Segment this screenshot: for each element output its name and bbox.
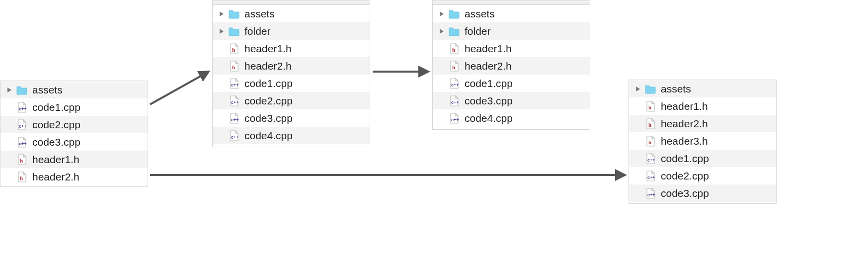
disclosure-triangle-icon[interactable]	[438, 27, 446, 35]
folder-row[interactable]: folder	[433, 22, 590, 40]
folder-icon	[15, 84, 28, 96]
item-name: code3.cpp	[465, 95, 513, 107]
file-row[interactable]: h header2.h	[213, 57, 370, 75]
file-panel-p3: assets folder h header1.h h header2.h c+…	[432, 0, 590, 130]
item-name: code3.cpp	[661, 187, 709, 199]
h-file-icon: h	[228, 60, 240, 73]
item-name: header1.h	[465, 43, 512, 55]
file-row[interactable]: c++ code3.cpp	[433, 92, 590, 109]
file-row[interactable]: c++ code1.cpp	[433, 75, 590, 92]
svg-text:h: h	[648, 122, 651, 128]
folder-icon	[448, 25, 461, 38]
svg-text:c++: c++	[451, 83, 459, 88]
item-name: code1.cpp	[465, 78, 513, 89]
file-row[interactable]: h header1.h	[629, 97, 776, 115]
item-name: header2.h	[32, 171, 79, 183]
file-row[interactable]: c++ code1.cpp	[629, 150, 776, 167]
h-file-icon: h	[448, 60, 461, 73]
file-row[interactable]: c++ code4.cpp	[433, 109, 590, 127]
folder-row[interactable]: assets	[0, 81, 148, 98]
disclosure-triangle-icon[interactable]	[438, 10, 446, 18]
folder-icon	[644, 83, 657, 95]
folder-row[interactable]: assets	[213, 5, 370, 22]
cpp-file-icon: c++	[15, 136, 28, 149]
h-file-icon: h	[644, 117, 657, 130]
svg-text:c++: c++	[647, 175, 655, 180]
folder-row[interactable]: folder	[213, 22, 370, 40]
svg-text:c++: c++	[647, 192, 655, 197]
file-row[interactable]: c++ code4.cpp	[213, 127, 370, 144]
file-row[interactable]: c++ code1.cpp	[213, 75, 370, 92]
item-name: code1.cpp	[661, 153, 709, 165]
item-name: code1.cpp	[32, 101, 80, 113]
svg-text:c++: c++	[19, 124, 27, 129]
svg-text:h: h	[452, 47, 455, 53]
item-name: assets	[661, 83, 691, 95]
folder-icon	[448, 7, 461, 20]
cpp-file-icon: c++	[644, 187, 657, 200]
h-file-icon: h	[644, 100, 657, 113]
svg-text:c++: c++	[231, 135, 239, 140]
cpp-file-icon: c++	[228, 129, 240, 142]
panel-topbar	[213, 0, 370, 5]
h-file-icon: h	[15, 153, 28, 166]
svg-text:c++: c++	[231, 100, 239, 105]
item-name: assets	[32, 84, 63, 96]
file-row[interactable]: h header2.h	[629, 115, 776, 132]
file-row[interactable]: c++ code3.cpp	[213, 109, 370, 127]
svg-text:c++: c++	[647, 158, 655, 163]
item-name: folder	[465, 25, 491, 37]
disclosure-triangle-icon[interactable]	[218, 27, 226, 35]
item-name: code4.cpp	[465, 112, 513, 124]
file-row[interactable]: c++ code1.cpp	[0, 98, 148, 116]
svg-text:c++: c++	[231, 117, 239, 122]
h-file-icon: h	[15, 171, 28, 183]
folder-row[interactable]: assets	[629, 80, 776, 97]
item-name: code4.cpp	[244, 130, 293, 142]
svg-text:h: h	[648, 104, 651, 110]
file-row[interactable]: c++ code3.cpp	[629, 184, 776, 202]
cpp-file-icon: c++	[15, 118, 28, 131]
h-file-icon: h	[644, 135, 657, 148]
svg-text:h: h	[232, 47, 235, 53]
file-row[interactable]: c++ code2.cpp	[213, 92, 370, 109]
folder-row[interactable]: assets	[433, 5, 590, 22]
cpp-file-icon: c++	[448, 94, 461, 107]
disclosure-triangle-icon[interactable]	[218, 10, 226, 18]
item-name: header1.h	[661, 100, 708, 112]
disclosure-triangle-icon[interactable]	[634, 85, 642, 93]
diagram-stage: version2 versio assets c++ code1.cpp c++…	[0, 0, 868, 264]
cpp-file-icon: c++	[448, 77, 461, 90]
file-row[interactable]: c++ code2.cpp	[629, 167, 776, 184]
cpp-file-icon: c++	[228, 77, 240, 90]
file-row[interactable]: h header2.h	[433, 57, 590, 75]
file-panel-p1: assets c++ code1.cpp c++ code2.cpp c++ c…	[0, 81, 148, 187]
svg-text:h: h	[20, 158, 23, 164]
file-row[interactable]: h header2.h	[0, 168, 148, 185]
cpp-file-icon: c++	[15, 101, 28, 114]
h-file-icon: h	[448, 42, 461, 55]
file-row[interactable]: h header1.h	[213, 40, 370, 57]
cpp-file-icon: c++	[644, 170, 657, 182]
file-panel-p4: assets h header1.h h header2.h h header3…	[629, 80, 777, 204]
file-row[interactable]: c++ code2.cpp	[0, 116, 148, 133]
svg-text:h: h	[20, 175, 23, 181]
item-name: code3.cpp	[244, 112, 293, 124]
item-name: assets	[465, 8, 495, 20]
item-name: header3.h	[661, 135, 708, 147]
cpp-file-icon: c++	[644, 152, 657, 165]
svg-text:c++: c++	[451, 100, 459, 105]
svg-text:h: h	[232, 64, 235, 70]
item-name: header2.h	[465, 60, 512, 72]
cpp-file-icon: c++	[228, 94, 240, 107]
folder-icon	[228, 25, 240, 38]
h-file-icon: h	[228, 42, 240, 55]
item-name: code3.cpp	[32, 136, 80, 148]
disclosure-triangle-icon[interactable]	[5, 86, 13, 94]
file-row[interactable]: h header3.h	[629, 132, 776, 150]
svg-text:c++: c++	[19, 141, 27, 146]
file-row[interactable]: h header1.h	[433, 40, 590, 57]
item-name: code2.cpp	[244, 95, 293, 107]
file-row[interactable]: c++ code3.cpp	[0, 133, 148, 151]
file-row[interactable]: h header1.h	[0, 151, 148, 168]
